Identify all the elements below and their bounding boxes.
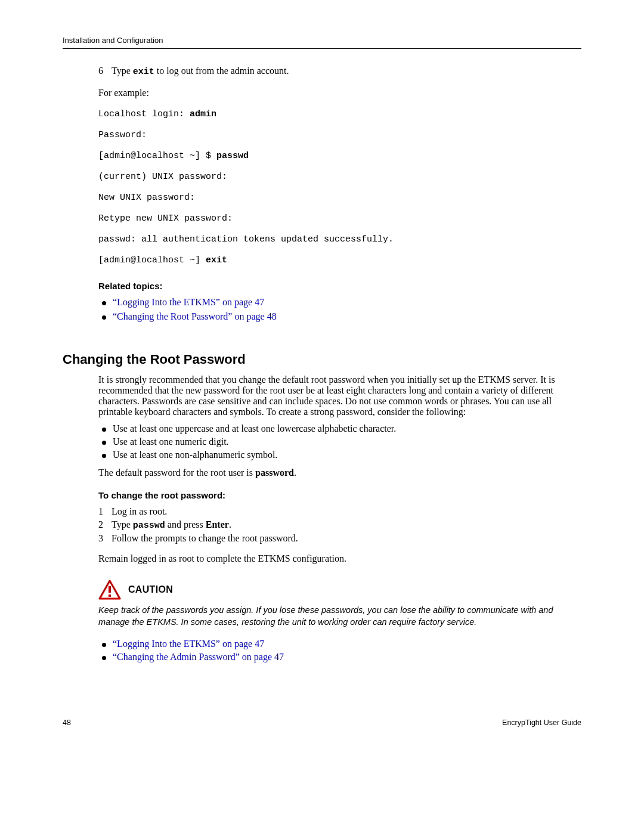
list-item: Use at least one numeric digit. [98,436,581,447]
terminal-line-1: Localhost login: admin [98,109,581,119]
section-heading: Changing the Root Password [63,352,581,367]
text: Type [112,519,133,529]
link-changing-admin-password[interactable]: “Changing the Admin Password” on page 47 [113,652,284,662]
text: . [294,467,296,478]
input-admin: admin [190,109,216,119]
input-exit: exit [206,255,227,265]
example-label: For example: [98,88,581,98]
terminal-line-5: New UNIX password: [98,193,581,203]
terminal-line-2: Password: [98,130,581,140]
terminal-line-7: passwd: all authentication tokens update… [98,234,581,244]
page-header: Installation and Configuration [63,36,581,49]
command-passwd: passwd [133,521,165,531]
caution-text: Keep track of the passwords you assign. … [98,605,581,628]
default-password-paragraph: The default password for the root user i… [98,467,581,478]
text: Type [112,66,133,76]
text: to log out from the admin account. [154,66,289,76]
related-topics-list: “Logging Into the ETKMS” on page 47 “Cha… [98,297,581,322]
text: and press [165,519,206,529]
step-1: 1 Log in as root. [98,506,581,517]
text: . [229,519,231,529]
terminal-line-6: Retype new UNIX password: [98,213,581,224]
text: The default password for the root user i… [98,467,255,478]
step-text: Log in as root. [112,506,167,517]
caution-icon [98,580,121,600]
step-2: 2 Type passwd and press Enter. [98,519,581,531]
remain-logged-paragraph: Remain logged in as root to complete the… [98,553,581,564]
svg-rect-1 [109,586,111,593]
change-password-steps: 1 Log in as root. 2 Type passwd and pres… [98,506,581,544]
step-6: 6 Type exit to log out from the admin ac… [98,66,581,77]
text: Localhost login: [98,109,190,119]
page-footer: 48 EncrypTight User Guide [63,719,581,727]
password-tips-list: Use at least one uppercase and at least … [98,423,581,460]
step-number: 1 [98,506,104,517]
link-logging-into-etkms-2[interactable]: “Logging Into the ETKMS” on page 47 [113,639,264,649]
key-enter: Enter [206,519,229,529]
link-logging-into-etkms[interactable]: “Logging Into the ETKMS” on page 47 [113,297,264,307]
step-text: Type passwd and press Enter. [112,519,231,531]
terminal-line-3: [admin@localhost ~] $ passwd [98,151,581,161]
svg-rect-2 [109,594,111,597]
list-item: “Logging Into the ETKMS” on page 47 [98,297,581,308]
terminal-line-8: [admin@localhost ~] exit [98,255,581,265]
related-topics-list-2: “Logging Into the ETKMS” on page 47 “Cha… [98,639,581,662]
step-block: 6 Type exit to log out from the admin ac… [98,66,581,322]
list-item: “Changing the Admin Password” on page 47 [98,652,581,662]
step-number: 6 [98,66,104,77]
step-text: Type exit to log out from the admin acco… [112,66,581,77]
step-text: Follow the prompts to change the root pa… [112,533,298,544]
command-exit: exit [133,67,154,77]
document-page: Installation and Configuration 6 Type ex… [0,0,644,761]
document-title: EncrypTight User Guide [502,719,581,727]
to-change-heading: To change the root password: [98,490,581,500]
caution-label: CAUTION [128,584,173,595]
intro-paragraph: It is strongly recommended that you chan… [98,374,581,417]
default-password-value: password [255,467,294,478]
list-item: “Logging Into the ETKMS” on page 47 [98,639,581,649]
related-topics-heading: Related topics: [98,281,581,291]
text: [admin@localhost ~] $ [98,151,216,161]
input-passwd: passwd [216,151,249,161]
link-changing-root-password[interactable]: “Changing the Root Password” on page 48 [113,311,277,321]
terminal-line-4: (current) UNIX password: [98,172,581,182]
page-number: 48 [63,719,71,727]
list-item: Use at least one non-alphanumeric symbol… [98,450,581,460]
step-3: 3 Follow the prompts to change the root … [98,533,581,544]
text: [admin@localhost ~] [98,255,206,265]
step-number: 2 [98,519,104,531]
list-item: Use at least one uppercase and at least … [98,423,581,434]
caution-heading-row: CAUTION [98,580,581,600]
list-item: “Changing the Root Password” on page 48 [98,311,581,322]
step-number: 3 [98,533,104,544]
